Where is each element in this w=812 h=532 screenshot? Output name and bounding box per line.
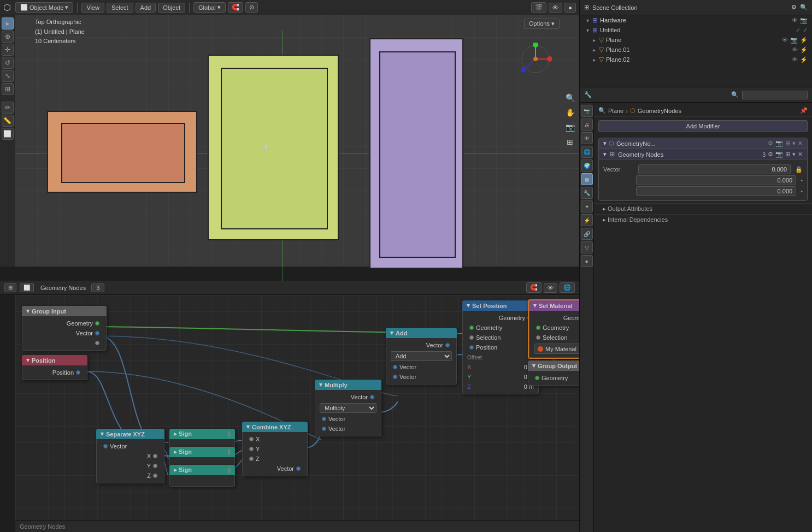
node-set-position[interactable]: ▾ Set Position Geometry Geometry Selecti…: [462, 300, 539, 394]
visibility-icon[interactable]: 👁: [792, 56, 798, 63]
tree-item-untitled[interactable]: ▾ ⊞ Untitled ✓ ✓: [580, 25, 812, 35]
gn-icon3[interactable]: ⊞: [785, 151, 790, 158]
modifier-icon2[interactable]: 📷: [775, 140, 783, 147]
transform-tool[interactable]: ⊞: [2, 83, 14, 95]
modifier-icon3[interactable]: ⊞: [785, 140, 790, 147]
close-modifier-icon[interactable]: ✕: [798, 140, 803, 147]
tree-item-plane02[interactable]: ▸ ▽ Plane.02 👁 ⚡: [580, 55, 812, 64]
rotate-tool[interactable]: ↺: [2, 57, 14, 69]
cursor-tool[interactable]: ⊕: [2, 31, 14, 43]
annotate-tool[interactable]: ✏: [2, 102, 14, 114]
object-mode-button[interactable]: ⬜ Object Mode ▾: [15, 2, 73, 13]
move-tool[interactable]: ✛: [2, 44, 14, 56]
tree-item-plane01[interactable]: ▸ ▽ Plane.01 👁 ⚡: [580, 45, 812, 55]
node-overlay[interactable]: 👁: [544, 283, 557, 293]
add-dropdown[interactable]: Add: [391, 351, 452, 361]
top-toolbar: ⬡ ⬜ Object Mode ▾ View Select Add Object…: [0, 0, 579, 15]
modifier-icon4[interactable]: ▾: [792, 140, 796, 147]
output-props-icon[interactable]: 🖨: [581, 119, 593, 131]
vec-out-socket: [445, 343, 450, 347]
add-menu[interactable]: Add: [136, 3, 156, 13]
zoom-in-btn[interactable]: 🔍: [564, 92, 576, 104]
node-combine-xyz[interactable]: ▾ Combine XYZ X Y Z Vector: [242, 422, 308, 476]
geo-nodes-icon[interactable]: ⚡: [800, 56, 808, 63]
material-icon[interactable]: ●: [581, 255, 593, 267]
proportional-button[interactable]: ⊙: [245, 2, 258, 13]
render-icon[interactable]: ✓: [803, 27, 808, 34]
node-add[interactable]: ▾ Add Vector Add Vector Vector: [386, 328, 457, 385]
shading-mode[interactable]: ●: [564, 3, 576, 13]
node-multiply[interactable]: ▾ Multiply Vector Multiply Vector Vector: [315, 380, 381, 436]
node-editor-type[interactable]: ⊞: [4, 283, 16, 292]
grid-btn[interactable]: ⊞: [564, 136, 576, 148]
select-tool[interactable]: ▸: [2, 17, 14, 29]
vector-z-value[interactable]: 0.000: [636, 186, 796, 196]
geo-nodes-icon[interactable]: ⚡: [800, 37, 808, 44]
physics-icon[interactable]: ⚡: [581, 214, 593, 226]
object-menu[interactable]: Object: [158, 3, 185, 13]
3d-viewport: + Top Orthographic (1) Untitled | Plane …: [15, 15, 579, 267]
modifier-icon1[interactable]: ⚙: [768, 140, 773, 147]
transform-button[interactable]: Global ▾: [193, 2, 226, 13]
data-props-icon[interactable]: ▽: [581, 241, 593, 253]
object-props-icon[interactable]: ◼: [581, 173, 593, 185]
render-icon[interactable]: 📷: [800, 17, 808, 24]
gn-icon2[interactable]: 📷: [775, 151, 783, 158]
constraints-icon[interactable]: 🔗: [581, 228, 593, 240]
gn-icon1[interactable]: ⚙: [768, 151, 773, 158]
visibility-icon[interactable]: 👁: [782, 37, 788, 44]
node-editor-type2[interactable]: ⬜: [20, 283, 34, 292]
add-cube-tool[interactable]: ⬜: [2, 128, 14, 140]
geo-nodes-icon[interactable]: ⚡: [800, 46, 808, 54]
output-attributes-section[interactable]: ▸ Output Attributes: [594, 203, 812, 214]
multiply-dropdown[interactable]: Multiply: [320, 403, 376, 413]
expand-arrow: ▾: [586, 17, 589, 23]
camera-btn[interactable]: 📷: [564, 121, 576, 133]
filter-icon[interactable]: ⚙: [791, 4, 797, 11]
search-icon[interactable]: 🔍: [800, 4, 808, 11]
vector-x-value[interactable]: 0.000: [638, 164, 791, 174]
snap-button[interactable]: 🧲: [228, 2, 243, 13]
gn-close[interactable]: ✕: [798, 151, 803, 158]
options-button[interactable]: Options ▾: [524, 19, 560, 29]
scene-props-icon[interactable]: 🌐: [581, 146, 593, 158]
gn-icon4[interactable]: ▾: [792, 151, 796, 158]
z-input: Z: [243, 454, 307, 464]
lock-icon1[interactable]: 🔒: [795, 166, 803, 173]
lock-icon2[interactable]: •: [801, 177, 803, 184]
modifier-props-icon[interactable]: 🔧: [581, 187, 593, 199]
view-overlay[interactable]: 👁: [549, 3, 562, 13]
properties-search[interactable]: [742, 91, 808, 99]
visibility-icon[interactable]: 👁: [792, 17, 798, 24]
render-button[interactable]: 🎬: [531, 2, 546, 13]
node-separate-xyz[interactable]: ▾ Separate XYZ Vector X Y Z: [96, 429, 164, 483]
view-layer-icon[interactable]: 👁: [581, 132, 593, 144]
particles-icon[interactable]: ✦: [581, 200, 593, 212]
visibility-icon[interactable]: 👁: [792, 46, 798, 54]
pin-icon[interactable]: 📌: [800, 107, 808, 114]
out-socket: [296, 466, 301, 471]
expand-arrow: ▸: [593, 37, 596, 43]
pan-btn[interactable]: ✋: [564, 107, 576, 119]
vector-y-value[interactable]: 0.000: [636, 175, 796, 185]
tree-item-plane[interactable]: ▸ ▽ Plane 👁 📷 ⚡: [580, 35, 812, 45]
scale-tool[interactable]: ⤡: [2, 70, 14, 82]
world-props-icon[interactable]: 🌍: [581, 159, 593, 172]
node-group-input[interactable]: ▾ Group Input Geometry Vector: [22, 306, 107, 351]
node-sign-3[interactable]: ▸ Sign ||: [169, 465, 235, 487]
node-position[interactable]: ▾ Position Position: [22, 355, 87, 380]
render-icon[interactable]: 📷: [790, 37, 798, 44]
node-snap[interactable]: 🧲: [526, 282, 542, 293]
node-zoom[interactable]: 🌐: [560, 282, 575, 293]
visibility-icon[interactable]: ✓: [796, 27, 801, 34]
select-menu[interactable]: Select: [107, 3, 133, 13]
view-menu[interactable]: View: [81, 3, 104, 13]
add-modifier-button[interactable]: Add Modifier: [598, 120, 808, 132]
measure-tool[interactable]: 📏: [2, 115, 14, 127]
lock-icon3[interactable]: •: [801, 188, 803, 194]
tree-item-hardware[interactable]: ▾ ⊞ Hardware 👁 📷: [580, 15, 812, 25]
internal-dependencies-section[interactable]: ▸ Internal Dependencies: [594, 214, 812, 225]
collection-icon: ⊞: [592, 26, 598, 34]
vector-row3: 0.000 •: [603, 186, 803, 196]
render-props-icon[interactable]: 📷: [581, 105, 593, 117]
